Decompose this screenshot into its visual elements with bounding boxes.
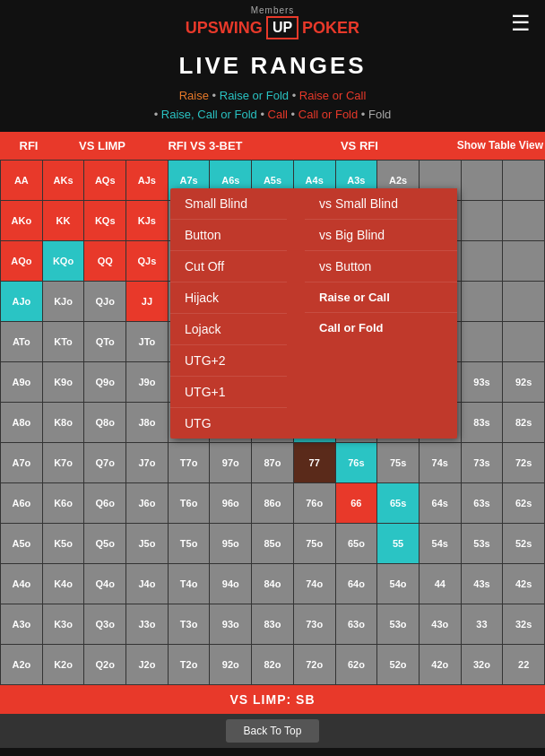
cell-A3s[interactable] xyxy=(462,161,503,200)
cell-J6o[interactable]: J6o xyxy=(126,483,168,523)
cell-96o[interactable]: 96o xyxy=(210,483,251,523)
cell-53s[interactable]: 53s xyxy=(462,524,503,563)
cell-52s[interactable]: 52s xyxy=(503,524,544,563)
cell-J7o[interactable]: J7o xyxy=(126,443,168,482)
back-to-top-button[interactable]: Back To Top xyxy=(226,719,320,743)
dropdown-item-hijack[interactable]: Hijack xyxy=(170,282,287,314)
dropdown-item-call-or-fold[interactable]: Call or Fold xyxy=(305,313,457,343)
cell-K3o[interactable]: K3o xyxy=(43,604,84,644)
cell-A2o[interactable]: A2o xyxy=(1,645,42,684)
show-table-view-btn[interactable]: Show Table View xyxy=(455,135,545,155)
dropdown-item-vs-big-blind[interactable]: vs Big Blind xyxy=(305,220,457,251)
cell-Q3o[interactable]: Q3o xyxy=(84,604,125,644)
cell-63o[interactable]: 63o xyxy=(336,604,377,644)
cell-87o[interactable]: 87o xyxy=(252,443,293,482)
cell-77[interactable]: 77 xyxy=(294,443,335,482)
cell-KJo[interactable]: KJo xyxy=(43,282,84,321)
cell-44[interactable]: 44 xyxy=(420,564,461,604)
cell-A8o[interactable]: A8o xyxy=(1,403,42,442)
cell-72s[interactable]: 72s xyxy=(503,443,544,482)
dropdown-item-utg[interactable]: UTG xyxy=(170,408,287,439)
cell-J5o[interactable]: J5o xyxy=(126,524,168,563)
cell-43o[interactable]: 43o xyxy=(420,604,461,644)
cell-T3o[interactable]: T3o xyxy=(169,604,210,644)
cell-K2o[interactable]: K2o xyxy=(43,645,84,684)
cell-QTo[interactable]: QTo xyxy=(84,322,125,361)
cell-82s[interactable]: 82s xyxy=(503,403,544,442)
dropdown-item-raise-or-call[interactable]: Raise or Call xyxy=(305,282,457,313)
cell-65o[interactable]: 65o xyxy=(336,524,377,563)
dropdown-item-lojack[interactable]: Lojack xyxy=(170,314,287,345)
cell-A6o[interactable]: A6o xyxy=(1,483,42,523)
cell-76o[interactable]: 76o xyxy=(294,483,335,523)
cell-86o[interactable]: 86o xyxy=(252,483,293,523)
cell-K6o[interactable]: K6o xyxy=(43,483,84,523)
cell-A7o[interactable]: A7o xyxy=(1,443,42,482)
dropdown-item-utg1[interactable]: UTG+1 xyxy=(170,377,287,408)
cell-Q6o[interactable]: Q6o xyxy=(84,483,125,523)
cell-K5o[interactable]: K5o xyxy=(43,524,84,563)
cell-T4o[interactable]: T4o xyxy=(169,564,210,604)
cell-K8o[interactable]: K8o xyxy=(43,403,84,442)
cell-T6o[interactable]: T6o xyxy=(169,483,210,523)
cell-QJo[interactable]: QJo xyxy=(84,282,125,321)
cell-J4o[interactable]: J4o xyxy=(126,564,168,604)
cell-75s[interactable]: 75s xyxy=(377,443,419,482)
cell-J3o[interactable]: J3o xyxy=(126,604,168,644)
cell-Q7o[interactable]: Q7o xyxy=(84,443,125,482)
cell-AKs[interactable]: AKs xyxy=(43,161,84,200)
cell-95o[interactable]: 95o xyxy=(210,524,251,563)
cell-54s[interactable]: 54s xyxy=(420,524,461,563)
cell-K7o[interactable]: K7o xyxy=(43,443,84,482)
cell-43s[interactable]: 43s xyxy=(462,564,503,604)
cell-AJs[interactable]: AJs xyxy=(126,161,168,200)
cell-64o[interactable]: 64o xyxy=(336,564,377,604)
cell-42o[interactable]: 42o xyxy=(420,645,461,684)
cell-85o[interactable]: 85o xyxy=(252,524,293,563)
cell-A3o[interactable]: A3o xyxy=(1,604,42,644)
cell-93s[interactable]: 93s xyxy=(462,362,503,402)
position-dropdown[interactable]: Small Blind Button Cut Off Hijack Lojack… xyxy=(170,188,457,439)
cell-JJ[interactable]: JJ xyxy=(126,282,168,321)
cell-75o[interactable]: 75o xyxy=(294,524,335,563)
cell-KK[interactable]: KK xyxy=(43,201,84,240)
cell-84o[interactable]: 84o xyxy=(252,564,293,604)
cell-ATo[interactable]: ATo xyxy=(1,322,42,361)
cell-97o[interactable]: 97o xyxy=(210,443,251,482)
cell-A5o[interactable]: A5o xyxy=(1,524,42,563)
cell-82o[interactable]: 82o xyxy=(252,645,293,684)
cell-92o[interactable]: 92o xyxy=(210,645,251,684)
cell-52o[interactable]: 52o xyxy=(377,645,419,684)
cell-63s[interactable]: 63s xyxy=(462,483,503,523)
cell-54o[interactable]: 54o xyxy=(377,564,419,604)
cell-Q5o[interactable]: Q5o xyxy=(84,524,125,563)
cell-33[interactable]: 33 xyxy=(462,604,503,644)
cell-J2o[interactable]: J2o xyxy=(126,645,168,684)
cell-53o[interactable]: 53o xyxy=(377,604,419,644)
cell-KQs[interactable]: KQs xyxy=(84,201,125,240)
cell-J8o[interactable]: J8o xyxy=(126,403,168,442)
cell-AKo[interactable]: AKo xyxy=(1,201,42,240)
cell-22[interactable]: 22 xyxy=(503,645,544,684)
cell-K9o[interactable]: K9o xyxy=(43,362,84,402)
cell-J9o[interactable]: J9o xyxy=(126,362,168,402)
cell-T7o[interactable]: T7o xyxy=(169,443,210,482)
cell-74s[interactable]: 74s xyxy=(420,443,461,482)
cell-73s[interactable]: 73s xyxy=(462,443,503,482)
dropdown-item-cutoff[interactable]: Cut Off xyxy=(170,251,287,282)
cell-93o[interactable]: 93o xyxy=(210,604,251,644)
cell-AA[interactable]: AA xyxy=(1,161,42,200)
cell-K4o[interactable]: K4o xyxy=(43,564,84,604)
cell-66[interactable]: 66 xyxy=(336,483,377,523)
cell-72o[interactable]: 72o xyxy=(294,645,335,684)
cell-62s[interactable]: 62s xyxy=(503,483,544,523)
cell-QJs[interactable]: QJs xyxy=(126,241,168,281)
dropdown-item-small-blind[interactable]: Small Blind xyxy=(170,188,287,220)
cell-KJs[interactable]: KJs xyxy=(126,201,168,240)
cell-32s[interactable]: 32s xyxy=(503,604,544,644)
cell-Q2o[interactable]: Q2o xyxy=(84,645,125,684)
cell-A4o[interactable]: A4o xyxy=(1,564,42,604)
cell-55[interactable]: 55 xyxy=(377,524,419,563)
cell-62o[interactable]: 62o xyxy=(336,645,377,684)
cell-42s[interactable]: 42s xyxy=(503,564,544,604)
